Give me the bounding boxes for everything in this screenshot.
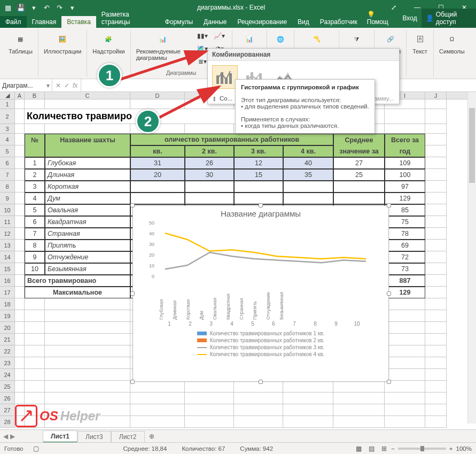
zoom-control[interactable]: − + 100% (391, 445, 472, 452)
row-header[interactable]: 3 (0, 124, 15, 134)
redo-icon[interactable]: ↷ (54, 3, 64, 12)
table-cell[interactable]: 129 (385, 193, 425, 204)
table-cell[interactable]: 69 (385, 240, 425, 251)
row-header[interactable]: 20 (0, 322, 15, 334)
tab-view[interactable]: Вид (292, 16, 315, 28)
signin[interactable]: Вход (398, 12, 421, 24)
table-cell[interactable] (333, 193, 385, 204)
table-cell[interactable] (234, 181, 283, 193)
table-cell[interactable]: 1 (25, 157, 45, 169)
share-button[interactable]: 👤 Общий доступ (422, 9, 476, 28)
column-chart-icon[interactable]: ▮▮▾ (194, 30, 210, 42)
row-header[interactable]: 21 (0, 334, 15, 345)
row-header[interactable]: 2 (0, 109, 15, 124)
text-button[interactable]: 🄰Текст (411, 30, 429, 56)
tab-file[interactable]: Файл (0, 16, 27, 28)
col-header[interactable]: A (15, 92, 25, 99)
sheet-tab[interactable]: Лист3 (77, 431, 111, 442)
row-header[interactable]: 27 (0, 404, 15, 416)
table-cell[interactable]: 100 (385, 169, 425, 181)
tab-page-layout[interactable]: Разметка страницы (96, 9, 160, 28)
name-box[interactable]: Диаграм...▾ (0, 79, 52, 91)
table-cell[interactable]: Безымянная (45, 263, 130, 275)
resize-handle[interactable] (130, 203, 135, 207)
table-cell[interactable]: 20 (130, 169, 185, 181)
row-header[interactable]: 11 (0, 216, 15, 228)
tab-developer[interactable]: Разработчик (315, 16, 363, 28)
enter-icon[interactable]: ✓ (64, 82, 69, 89)
tell-me[interactable]: 💡 Помощ (363, 9, 399, 28)
table-cell[interactable]: Дум (45, 193, 130, 204)
tab-nav-prev[interactable]: ◀ (3, 433, 8, 440)
table-cell[interactable]: Овальная (45, 204, 130, 216)
tables-button[interactable]: ▦Таблицы (7, 30, 34, 56)
worksheet[interactable]: ◢ A B C D E F G H I J 1 2Количество трав… (0, 92, 476, 424)
table-cell[interactable]: 35 (283, 169, 333, 181)
table-cell[interactable]: 26 (185, 157, 234, 169)
table-cell[interactable]: Отчуждение (45, 251, 130, 263)
table-cell[interactable]: Короткая (45, 181, 130, 193)
resize-handle[interactable] (387, 203, 391, 207)
table-cell[interactable]: 72 (385, 251, 425, 263)
view-normal-icon[interactable]: ▦ (353, 444, 364, 453)
table-cell[interactable]: 4 (25, 193, 45, 204)
table-cell[interactable]: 97 (385, 181, 425, 193)
row-header[interactable]: 17 (0, 287, 15, 298)
row-header[interactable]: 28 (0, 416, 15, 428)
table-cell[interactable]: 27 (333, 157, 385, 169)
table-cell[interactable]: 15 (234, 169, 283, 181)
table-cell[interactable] (130, 181, 185, 193)
fx-icon[interactable]: fx (73, 82, 77, 89)
sheet-tab[interactable]: Лист1 (43, 430, 77, 443)
table-cell[interactable]: 3 (25, 181, 45, 193)
line-chart-icon[interactable]: 📈▾ (212, 30, 228, 42)
resize-handle[interactable] (259, 380, 263, 384)
row-header[interactable]: 12 (0, 228, 15, 240)
tab-home[interactable]: Главная (27, 16, 62, 28)
row-header[interactable]: 24 (0, 369, 15, 381)
table-cell[interactable]: 10 (25, 263, 45, 275)
table-cell[interactable]: 109 (385, 157, 425, 169)
chart-plot-area[interactable]: 50403020100 (158, 220, 381, 284)
tab-nav-next[interactable]: ▶ (10, 433, 15, 440)
chart-title[interactable]: Название диаграммы (133, 206, 388, 220)
row-header[interactable]: 1 (0, 99, 15, 109)
resize-handle[interactable] (387, 291, 391, 296)
row-header[interactable]: 10 (0, 204, 15, 216)
chevron-down-icon[interactable]: ▾ (67, 3, 77, 12)
table-cell[interactable] (185, 181, 234, 193)
tab-insert[interactable]: Вставка (61, 16, 96, 28)
col-header[interactable]: B (25, 92, 45, 99)
macro-record-icon[interactable]: ▢ (33, 445, 39, 452)
row-header[interactable]: 14 (0, 251, 15, 263)
row-header[interactable]: 6 (0, 157, 15, 169)
table-cell[interactable]: 75 (385, 216, 425, 228)
cancel-icon[interactable]: ✕ (56, 82, 61, 89)
table-cell[interactable]: 78 (385, 228, 425, 240)
vertical-scrollbar[interactable] (467, 92, 476, 424)
row-header[interactable]: 5 (0, 145, 15, 157)
zoom-in-icon[interactable]: + (449, 445, 453, 452)
table-cell[interactable]: Глубокая (45, 157, 130, 169)
undo-icon[interactable]: ↶ (42, 3, 51, 12)
illustrations-button[interactable]: 🖼️Иллюстрации (43, 30, 82, 56)
new-sheet-button[interactable]: ⊕ (145, 431, 159, 442)
row-header[interactable]: 18 (0, 298, 15, 310)
sheet-tab[interactable]: Лист2 (111, 431, 145, 442)
row-header[interactable]: 9 (0, 193, 15, 204)
table-cell[interactable]: 5 (25, 204, 45, 216)
table-cell[interactable]: Припять (45, 240, 130, 251)
table-cell[interactable]: 12 (234, 157, 283, 169)
table-cell[interactable]: Квадратная (45, 216, 130, 228)
table-cell[interactable]: 40 (283, 157, 333, 169)
row-header[interactable]: 13 (0, 240, 15, 251)
col-header[interactable]: C (45, 92, 130, 99)
row-header[interactable]: 8 (0, 181, 15, 193)
table-cell[interactable]: 30 (185, 169, 234, 181)
tab-review[interactable]: Рецензирование (232, 16, 292, 28)
table-cell[interactable]: 6 (25, 216, 45, 228)
row-header[interactable]: 26 (0, 393, 15, 404)
row-header[interactable]: 4 (0, 134, 15, 145)
table-cell[interactable] (283, 181, 333, 193)
chevron-down-icon[interactable]: ▾ (29, 3, 38, 12)
